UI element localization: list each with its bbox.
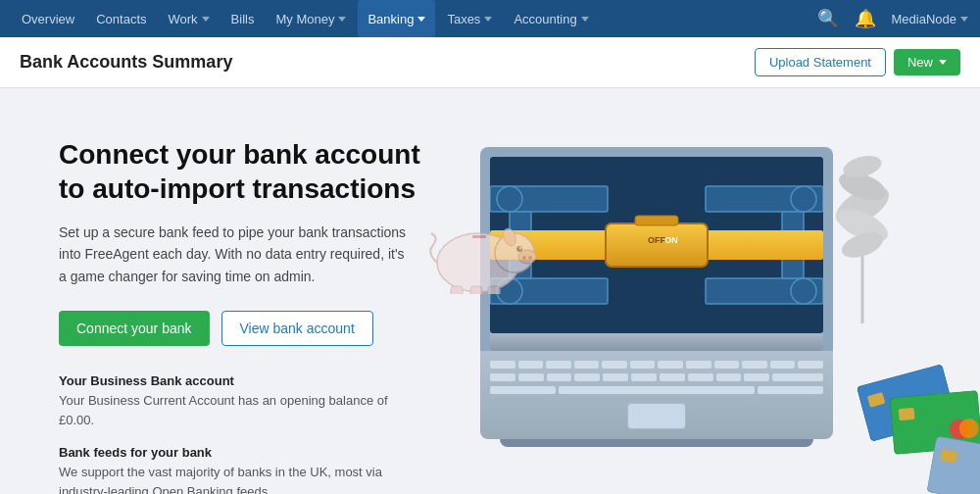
new-dropdown-icon (939, 60, 947, 65)
accounting-dropdown-icon (581, 17, 589, 22)
svg-point-28 (516, 246, 522, 252)
key (631, 373, 657, 381)
new-button[interactable]: New (894, 49, 960, 75)
key (660, 373, 685, 381)
right-panel-illustration: OFF ON (451, 127, 921, 494)
nav-item-accounting[interactable]: Accounting (504, 0, 598, 37)
connect-bank-button[interactable]: Connect your bank (59, 311, 210, 346)
key (688, 373, 713, 381)
svg-rect-31 (451, 286, 463, 294)
key-row-1 (490, 361, 823, 369)
key (630, 361, 656, 369)
key (547, 373, 572, 381)
key (770, 361, 796, 369)
svg-point-26 (522, 256, 526, 260)
key (742, 361, 767, 369)
laptop-screen: OFF ON (490, 157, 823, 333)
key (602, 361, 627, 369)
svg-rect-18 (635, 216, 678, 225)
info-block-business-title: Your Business Bank account (59, 373, 451, 388)
nav-item-taxes[interactable]: Taxes (437, 0, 502, 37)
key (490, 361, 515, 369)
key (658, 361, 683, 369)
nav-right-actions: 🔍 🔔 MediaNode (817, 8, 969, 29)
nav-item-overview[interactable]: Overview (12, 0, 84, 37)
svg-rect-43 (927, 436, 980, 494)
info-block-feeds: Bank feeds for your bank We support the … (59, 445, 451, 494)
info-block-business-text: Your Business Current Account has an ope… (59, 391, 412, 429)
info-section: Your Business Bank account Your Business… (59, 373, 451, 494)
page-title: Bank Accounts Summary (20, 52, 232, 73)
banking-dropdown-icon (417, 17, 425, 22)
svg-rect-34 (472, 235, 486, 238)
key-row-3 (490, 386, 823, 394)
key (716, 373, 742, 381)
svg-point-29 (519, 247, 521, 249)
info-block-feeds-title: Bank feeds for your bank (59, 445, 451, 460)
key (603, 373, 628, 381)
credit-card-3 (927, 436, 980, 494)
nav-item-bills[interactable]: Bills (221, 0, 265, 37)
laptop-illustration: OFF ON (480, 147, 833, 447)
left-panel: Connect your bank account to auto-import… (59, 127, 451, 494)
nav-links: Overview Contacts Work Bills My Money Ba… (12, 0, 599, 37)
laptop-foot (500, 439, 813, 447)
svg-point-21 (791, 186, 816, 212)
svg-text:OFF: OFF (648, 235, 665, 245)
cta-buttons: Connect your bank View bank account (59, 311, 451, 346)
taxes-dropdown-icon (484, 17, 492, 22)
key (772, 373, 823, 381)
svg-rect-40 (899, 408, 915, 420)
key (686, 361, 711, 369)
key (490, 386, 556, 394)
svg-rect-32 (470, 286, 482, 294)
sub-header: Bank Accounts Summary Upload Statement N… (0, 37, 980, 88)
svg-point-27 (528, 256, 532, 260)
top-navigation: Overview Contacts Work Bills My Money Ba… (0, 0, 980, 37)
nav-item-work[interactable]: Work (159, 0, 220, 37)
key (574, 373, 600, 381)
svg-point-25 (518, 250, 536, 264)
svg-text:ON: ON (664, 235, 678, 245)
spacebar-key (559, 386, 755, 394)
key (518, 361, 544, 369)
bell-icon[interactable]: 🔔 (855, 8, 876, 29)
trackpad (627, 403, 686, 429)
svg-rect-15 (606, 223, 708, 267)
hero-description: Set up a secure bank feed to pipe your b… (59, 222, 412, 287)
svg-point-22 (791, 278, 816, 304)
key (574, 361, 600, 369)
plant-illustration (823, 127, 902, 323)
work-dropdown-icon (202, 17, 210, 22)
key (744, 373, 769, 381)
search-icon[interactable]: 🔍 (817, 8, 839, 29)
header-actions: Upload Statement New (755, 48, 960, 76)
hero-title: Connect your bank account to auto-import… (59, 137, 451, 206)
key (490, 373, 515, 381)
key-row-2 (490, 373, 823, 381)
key (758, 386, 823, 394)
mymoney-dropdown-icon (338, 17, 346, 22)
key (546, 361, 571, 369)
nav-item-mymoney[interactable]: My Money (266, 0, 356, 37)
screen-pipes-svg: OFF ON (490, 157, 823, 333)
laptop-keyboard (480, 351, 833, 439)
info-block-feeds-text: We support the vast majority of banks in… (59, 463, 412, 494)
main-content: Connect your bank account to auto-import… (0, 88, 980, 494)
key (798, 361, 823, 369)
user-menu[interactable]: MediaNode (892, 12, 969, 26)
view-bank-button[interactable]: View bank account (221, 311, 373, 346)
laptop-hinge (490, 333, 823, 351)
upload-statement-button[interactable]: Upload Statement (755, 48, 886, 76)
nav-item-contacts[interactable]: Contacts (86, 0, 156, 37)
svg-point-19 (497, 186, 522, 212)
key (714, 361, 740, 369)
svg-rect-33 (488, 286, 500, 294)
info-block-business: Your Business Bank account Your Business… (59, 373, 451, 429)
user-dropdown-icon (960, 17, 968, 22)
nav-item-banking[interactable]: Banking (358, 0, 435, 37)
key (518, 373, 544, 381)
